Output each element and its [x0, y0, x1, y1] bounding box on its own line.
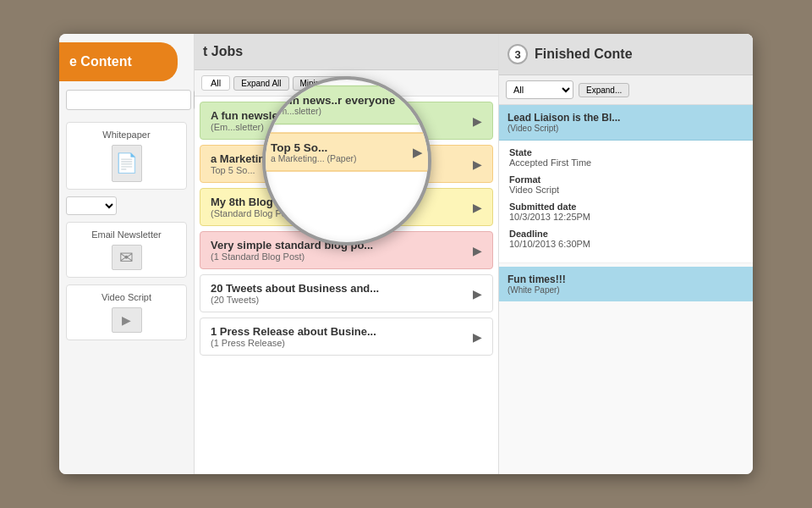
jobs-list: A fun newsletter for everyone (Em...slet… — [195, 97, 498, 474]
main-container: e Content 🔍 Whitepaper Email Newsletter … — [59, 34, 753, 474]
deadline-row: Deadline 10/10/2013 6:30PM — [509, 229, 743, 249]
finished-item-1-title: Lead Liaison is the Bl... — [508, 112, 744, 124]
job-title-3: My 8th Blog Post! — [211, 196, 304, 208]
job-title-5: 20 Tweets about Business and... — [211, 282, 379, 295]
job-arrow-5: ▶ — [473, 287, 482, 301]
finished-item-2-subtitle: (White Paper) — [508, 285, 744, 295]
email-icon — [112, 245, 142, 270]
submitted-label: Submitted date — [509, 202, 743, 212]
right-expand-btn[interactable]: Expand... — [579, 83, 629, 97]
video-script-item[interactable]: Video Script ▶ — [66, 284, 187, 340]
job-arrow-3: ▶ — [473, 201, 482, 214]
job-arrow-6: ▶ — [473, 330, 482, 344]
finished-item-2-header[interactable]: Fun times!!! (White Paper) — [499, 267, 753, 301]
job-subtitle-5: (20 Tweets) — [211, 295, 379, 305]
format-label: Format — [509, 174, 743, 185]
email-newsletter-item[interactable]: Email Newsletter — [66, 222, 187, 278]
job-title-1: A fun newsletter for everyone — [211, 109, 365, 122]
job-arrow-2: ▶ — [473, 157, 482, 171]
job-subtitle-1: (Em...sletter) — [211, 122, 365, 132]
email-newsletter-label: Email Newsletter — [91, 229, 162, 240]
job-item-3-text: My 8th Blog Post! (Standard Blog Post) — [211, 196, 304, 218]
video-script-label: Video Script — [102, 292, 151, 302]
search-row: 🔍 — [59, 90, 194, 110]
job-item-1[interactable]: A fun newsletter for everyone (Em...slet… — [200, 102, 493, 140]
state-value: Accepted First Time — [509, 157, 743, 168]
job-item-5[interactable]: 20 Tweets about Business and... (20 Twee… — [200, 274, 493, 312]
submitted-row: Submitted date 10/3/2013 12:25PM — [509, 202, 743, 222]
left-panel: e Content 🔍 Whitepaper Email Newsletter … — [59, 34, 195, 474]
job-item-3[interactable]: My 8th Blog Post! (Standard Blog Post) ▶ — [200, 188, 493, 226]
finished-content-list: Lead Liaison is the Bl... (Video Script)… — [499, 105, 753, 474]
middle-toolbar: All Expand All Minimize All — [195, 70, 498, 97]
state-row: State Accepted First Time — [509, 147, 743, 168]
job-subtitle-3: (Standard Blog Post) — [211, 208, 304, 218]
job-item-4[interactable]: Very simple standard blog po... (1 Stand… — [200, 231, 493, 269]
whitepaper-item[interactable]: Whitepaper — [66, 122, 187, 190]
deadline-label: Deadline — [509, 229, 743, 239]
search-input[interactable] — [66, 90, 191, 110]
video-icon: ▶ — [112, 307, 142, 333]
minimize-all-btn[interactable]: Minimize All — [293, 76, 353, 91]
finished-item-1-details: State Accepted First Time Format Video S… — [499, 141, 753, 263]
job-item-1-text: A fun newsletter for everyone (Em...slet… — [211, 109, 365, 132]
job-item-2-text: a Marketing... (Paper) Top 5 So... — [211, 152, 321, 175]
format-value: Video Script — [509, 185, 743, 195]
right-toolbar: All Expand... — [499, 75, 753, 105]
job-subtitle-2: Top 5 So... — [211, 165, 321, 175]
whitepaper-icon — [112, 145, 142, 182]
state-label: State — [509, 147, 743, 157]
job-subtitle-6: (1 Press Release) — [211, 338, 376, 348]
job-title-4: Very simple standard blog po... — [211, 239, 373, 251]
job-arrow-4: ▶ — [473, 244, 482, 257]
middle-header-title: t Jobs — [203, 44, 243, 59]
middle-panel-header: t Jobs — [195, 34, 498, 70]
job-subtitle-4: (1 Standard Blog Post) — [211, 251, 373, 262]
finished-item-1-header[interactable]: Lead Liaison is the Bl... (Video Script) — [499, 105, 753, 141]
finished-item-2-title: Fun times!!! — [508, 273, 744, 285]
job-arrow-1: ▶ — [473, 114, 482, 128]
deadline-value: 10/10/2013 6:30PM — [509, 239, 743, 249]
right-header-title: Finished Conte — [535, 47, 633, 62]
job-title-6: 1 Press Release about Busine... — [211, 325, 376, 338]
format-row: Format Video Script — [509, 174, 743, 195]
left-panel-header: e Content — [59, 42, 178, 81]
job-item-2[interactable]: a Marketing... (Paper) Top 5 So... ▶ — [200, 145, 493, 183]
middle-panel: t Jobs All Expand All Minimize All A fun… — [195, 34, 499, 474]
job-item-6-text: 1 Press Release about Busine... (1 Press… — [211, 325, 376, 348]
whitepaper-label: Whitepaper — [102, 130, 150, 140]
tab-all[interactable]: All — [201, 75, 230, 91]
job-item-4-text: Very simple standard blog po... (1 Stand… — [211, 239, 373, 262]
job-title-2: a Marketing... (Paper) — [211, 152, 321, 165]
submitted-value: 10/3/2013 12:25PM — [509, 212, 743, 222]
job-item-6[interactable]: 1 Press Release about Busine... (1 Press… — [200, 318, 493, 356]
right-panel-header: 3 Finished Conte — [499, 34, 753, 75]
finished-item-1-subtitle: (Video Script) — [508, 124, 744, 133]
job-item-5-text: 20 Tweets about Business and... (20 Twee… — [211, 282, 379, 305]
right-panel: 3 Finished Conte All Expand... Lead Liai… — [499, 34, 753, 474]
expand-all-btn[interactable]: Expand All — [233, 76, 288, 91]
left-dropdown[interactable] — [66, 196, 117, 215]
right-dropdown[interactable]: All — [506, 80, 573, 99]
badge-number: 3 — [508, 44, 528, 64]
